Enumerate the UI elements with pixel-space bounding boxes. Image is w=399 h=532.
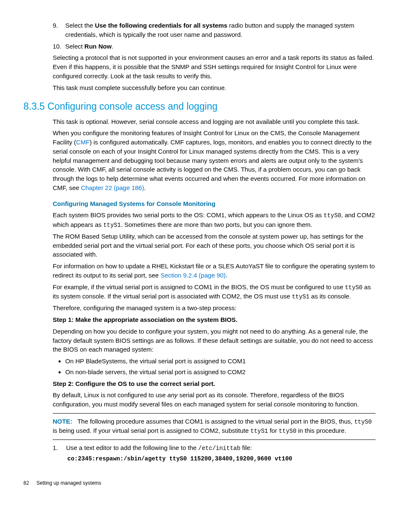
list-item-text: Select the Use the following credentials… bbox=[65, 21, 376, 39]
step2-heading: Step 2: Configure the OS to use the corr… bbox=[53, 379, 376, 388]
italic-any: any bbox=[167, 391, 177, 398]
divider bbox=[53, 413, 376, 414]
bold-text: Use the following credentials for all sy… bbox=[95, 22, 228, 29]
paragraph-therefore: Therefore, configuring the managed syste… bbox=[53, 303, 376, 313]
list-number: 9. bbox=[53, 21, 65, 30]
paragraph-bios: Each system BIOS provides two serial por… bbox=[53, 211, 376, 229]
bold-text: Run Now bbox=[84, 43, 112, 50]
page-footer: 82 Setting up managed systems bbox=[23, 480, 376, 487]
paragraph-rhel: For information on how to update a RHEL … bbox=[53, 262, 376, 280]
footer-title: Setting up managed systems bbox=[36, 480, 101, 486]
paragraph-rom: The ROM Based Setup Utility, which can b… bbox=[53, 232, 376, 259]
paragraph-cmf: When you configure the monitoring featur… bbox=[53, 129, 376, 192]
mono-ttys1: ttyS1 bbox=[103, 222, 121, 229]
note-paragraph: NOTE: The following procedure assumes th… bbox=[53, 417, 376, 436]
ordered-item-9: 9. Select the Use the following credenti… bbox=[53, 21, 376, 39]
subheading-configuring: Configuring Managed Systems for Console … bbox=[53, 199, 376, 208]
mono-ttys0: ttyS0 bbox=[345, 284, 363, 291]
list-number: 10. bbox=[53, 42, 65, 51]
mono-inittab: /etc/inittab bbox=[198, 445, 240, 452]
step1-heading: Step 1: Make the appropriate association… bbox=[53, 315, 376, 324]
page-number: 82 bbox=[23, 480, 35, 487]
mono-ttys1: ttyS1 bbox=[292, 293, 309, 300]
bullet-list: On HP BladeSystems, the virtual serial p… bbox=[65, 357, 376, 377]
paragraph-optional: This task is optional. However, serial c… bbox=[53, 117, 376, 126]
list-item: On non-blade servers, the virtual serial… bbox=[65, 368, 376, 377]
list-item-text: Select Run Now. bbox=[65, 42, 113, 51]
note-label: NOTE: bbox=[53, 418, 72, 425]
link-section-924[interactable]: Section 9.2.4 (page 90) bbox=[161, 272, 226, 279]
mono-ttys0: ttyS0 bbox=[324, 212, 341, 219]
section-heading-835: 8.3.5 Configuring console access and log… bbox=[23, 100, 376, 113]
procedure-text: Use a text editor to add the following l… bbox=[66, 444, 252, 451]
ordered-item-10: 10. Select Run Now. bbox=[53, 42, 376, 51]
step1-paragraph: Depending on how you decide to configure… bbox=[53, 327, 376, 354]
paragraph-protocol: Selecting a protocol that is not support… bbox=[53, 53, 376, 80]
list-item: On HP BladeSystems, the virtual serial p… bbox=[65, 357, 376, 366]
paragraph-complete: This task must complete successfully bef… bbox=[53, 83, 376, 93]
paragraph-example: For example, if the virtual serial port … bbox=[53, 283, 376, 301]
mono-ttys0: ttyS0 bbox=[354, 419, 372, 425]
mono-ttys1: ttyS1 bbox=[251, 428, 268, 434]
procedure-item-1: 1.Use a text editor to add the following… bbox=[53, 443, 376, 452]
divider bbox=[53, 439, 376, 440]
list-number: 1. bbox=[53, 443, 66, 452]
link-chapter-22[interactable]: Chapter 22 (page 186) bbox=[81, 184, 144, 191]
link-cmf[interactable]: CMF bbox=[76, 139, 90, 146]
mono-ttys0: ttyS0 bbox=[279, 428, 297, 434]
code-block: co:2345:respawn:/sbin/agetty ttyS0 11520… bbox=[67, 455, 376, 463]
step2-paragraph: By default, Linux is not configured to u… bbox=[53, 391, 376, 409]
